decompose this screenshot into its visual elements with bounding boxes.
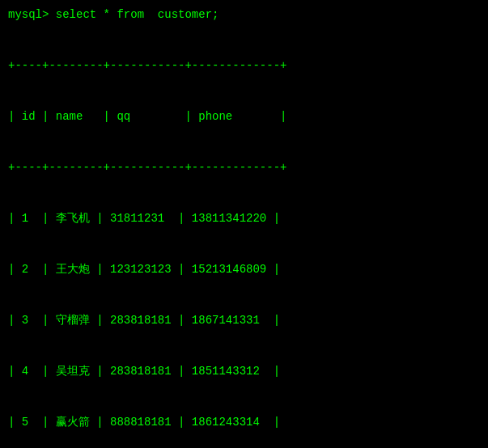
table1-row-3: | 3 | 守榴弹 | 283818181 | 1867141331 | <box>8 312 480 329</box>
prompt-1: mysql> <box>8 8 56 21</box>
table1: +----+--------+-----------+-------------… <box>8 23 480 448</box>
table1-sep-top: +----+--------+-----------+-------------… <box>8 57 480 74</box>
table1-row-5: | 5 | 赢火箭 | 888818181 | 1861243314 | <box>8 414 480 431</box>
terminal-output: mysql> select * from customer; +----+---… <box>8 6 480 448</box>
table1-row-1: | 1 | 李飞机 | 31811231 | 13811341220 | <box>8 210 480 227</box>
prompt-line-1: mysql> select * from customer; <box>8 6 480 23</box>
query-1: select * from customer; <box>56 8 219 21</box>
table1-row-4: | 4 | 吴坦克 | 283818181 | 1851143312 | <box>8 363 480 380</box>
table1-sep-mid: +----+--------+-----------+-------------… <box>8 159 480 176</box>
table1-row-2: | 2 | 王大炮 | 123123123 | 15213146809 | <box>8 261 480 278</box>
table1-header: | id | name | qq | phone | <box>8 108 480 125</box>
